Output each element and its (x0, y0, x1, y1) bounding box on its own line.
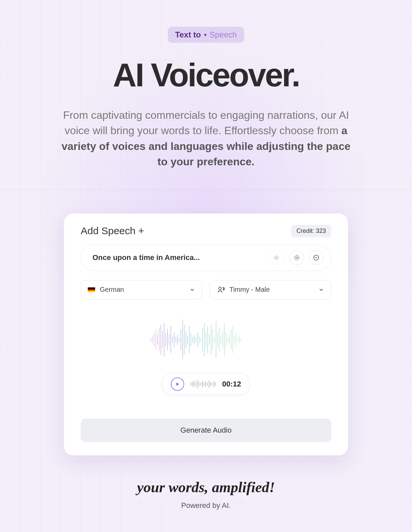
page-subtitle: From captivating commercials to engaging… (59, 107, 353, 170)
svg-point-5 (219, 287, 221, 290)
speech-text-input[interactable]: Once upon a time in America... (92, 253, 270, 262)
speech-text-row: Once upon a time in America... (81, 245, 331, 271)
voice-value: Timmy - Male (229, 286, 270, 293)
powered-by: Powered by AI. (181, 501, 231, 510)
mini-waveform-icon (190, 379, 216, 389)
chevron-down-icon (318, 287, 324, 293)
tagline: your words, amplified! (137, 479, 275, 496)
minus-circle-icon (313, 254, 320, 261)
audio-player: 00:12 (81, 373, 331, 395)
speech-card: Add Speech + Credit: 323 Once upon a tim… (64, 213, 348, 455)
voice-select[interactable]: Timmy - Male (210, 280, 331, 299)
add-speech-button[interactable]: Add Speech + (81, 225, 144, 237)
timecode: 00:12 (222, 380, 241, 388)
credit-badge: Credit: 323 (291, 225, 331, 237)
page-title: AI Voiceover. (113, 56, 299, 94)
badge-right: Speech (210, 30, 237, 39)
waveform-display (81, 316, 331, 363)
generate-audio-button[interactable]: Generate Audio (81, 419, 331, 442)
waveform-icon (149, 316, 263, 363)
dot-icon (204, 34, 206, 36)
svg-marker-61 (177, 382, 179, 385)
remove-button[interactable] (309, 250, 324, 265)
speak-button[interactable] (270, 250, 285, 265)
chevron-down-icon (189, 287, 195, 293)
badge-left: Text to (175, 30, 201, 39)
feature-badge: Text to Speech (168, 27, 244, 43)
speaker-icon (274, 254, 281, 261)
section-divider (0, 190, 412, 190)
germany-flag-icon (88, 287, 95, 292)
language-value: German (100, 286, 124, 293)
language-select[interactable]: German (81, 280, 202, 299)
card-header: Add Speech + Credit: 323 (81, 225, 331, 237)
subtitle-pre: From captivating commercials to engaging… (63, 109, 349, 137)
svg-point-0 (294, 255, 299, 260)
play-button[interactable] (171, 377, 184, 391)
pause-icon (293, 254, 300, 261)
voice-person-icon (217, 286, 225, 294)
pause-button[interactable] (289, 250, 304, 265)
play-icon (175, 382, 180, 386)
